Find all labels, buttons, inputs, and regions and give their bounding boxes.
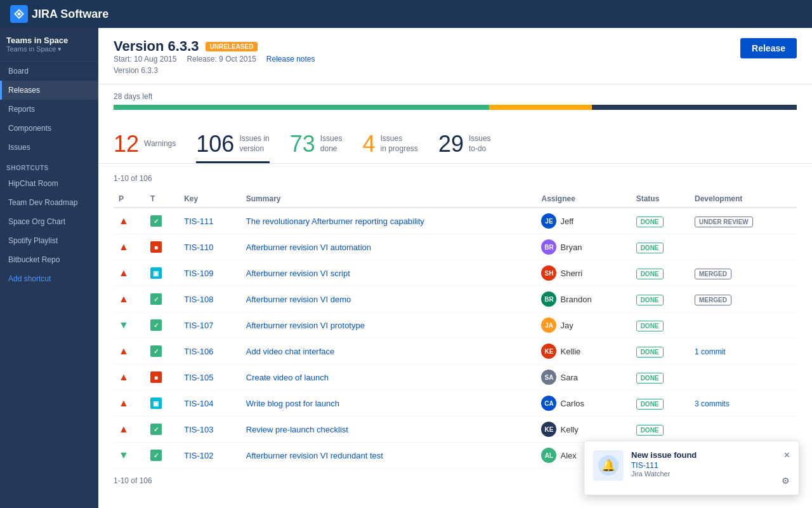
col-summary[interactable]: Summary — [241, 190, 537, 208]
status-badge: DONE — [636, 269, 664, 279]
notification-settings-icon[interactable]: ⚙ — [782, 476, 790, 486]
shortcut-hipchat[interactable]: HipChat Room — [0, 174, 98, 193]
release-notes-link[interactable]: Release notes — [266, 55, 315, 64]
priority-up-icon: ▲ — [119, 215, 129, 226]
shortcut-roadmap[interactable]: Team Dev Roadmap — [0, 193, 98, 212]
cell-status: DONE — [631, 391, 690, 417]
release-button[interactable]: Release — [740, 38, 797, 58]
status-badge: DONE — [636, 347, 664, 358]
table-row: ▼ ✓ TIS-107 Afterburner revision VI prot… — [114, 312, 797, 338]
issue-key-link[interactable]: TIS-102 — [184, 451, 213, 460]
stat-in-progress[interactable]: 4 Issuesin progress — [362, 123, 438, 163]
stat-issues-done[interactable]: 73 Issuesdone — [290, 123, 363, 163]
stat-to-do[interactable]: 29 Issuesto-do — [438, 123, 511, 163]
issue-summary-link[interactable]: Afterburner revision VI demo — [246, 295, 351, 304]
priority-up-icon: ▲ — [119, 345, 129, 356]
cell-development — [690, 417, 797, 443]
svg-point-0 — [18, 13, 21, 16]
issue-summary-link[interactable]: Add video chat interface — [246, 347, 334, 356]
col-development[interactable]: Development — [690, 190, 797, 208]
stat-warnings[interactable]: 12 Warnings — [114, 123, 196, 163]
cell-assignee: JE Jeff — [536, 208, 631, 234]
cell-status: DONE — [631, 234, 690, 260]
issue-summary-link[interactable]: Afterburner revision VI redundant test — [246, 451, 383, 460]
cell-type: ✓ — [145, 208, 179, 234]
col-priority[interactable]: P — [114, 190, 145, 208]
progress-bar-dark — [592, 105, 797, 110]
table-count-top: 1-10 of 106 — [114, 174, 797, 183]
cell-development: MERGED — [690, 286, 797, 312]
cell-key: TIS-103 — [179, 417, 241, 443]
notification-issue[interactable]: TIS-111 — [631, 461, 774, 470]
status-badge: DONE — [636, 399, 664, 410]
version-meta: Start: 10 Aug 2015 Release: 9 Oct 2015 R… — [114, 55, 315, 64]
sidebar-item-reports[interactable]: Reports — [0, 100, 98, 119]
cell-summary: Afterburner revision VI redundant test — [241, 443, 537, 469]
dev-link[interactable]: 1 commit — [695, 347, 726, 356]
cell-key: TIS-104 — [179, 391, 241, 417]
cell-status: DONE — [631, 208, 690, 234]
stat-warnings-label: Warnings — [144, 139, 176, 157]
issue-summary-link[interactable]: Afterburner revision VI prototype — [246, 321, 365, 330]
issue-key-link[interactable]: TIS-103 — [184, 425, 213, 434]
issue-key-link[interactable]: TIS-110 — [184, 243, 213, 252]
cell-key: TIS-108 — [179, 286, 241, 312]
sidebar-item-issues[interactable]: Issues — [0, 138, 98, 157]
cell-assignee: JA Jay — [536, 312, 631, 338]
col-status[interactable]: Status — [631, 190, 690, 208]
avatar: KE — [541, 344, 556, 359]
cell-summary: Afterburner revision VI prototype — [241, 312, 537, 338]
issue-key-link[interactable]: TIS-105 — [184, 373, 213, 382]
notification-content: New issue found TIS-111 Jira Watcher — [631, 450, 774, 478]
issue-key-link[interactable]: TIS-107 — [184, 321, 213, 330]
col-type[interactable]: T — [145, 190, 179, 208]
issue-key-link[interactable]: TIS-106 — [184, 347, 213, 356]
issue-summary-link[interactable]: Create video of launch — [246, 373, 329, 382]
sidebar-item-board[interactable]: Board — [0, 62, 98, 81]
assignee-name: Jay — [560, 321, 573, 330]
issue-summary-link[interactable]: Afterburner revision VI script — [246, 269, 350, 278]
cell-development: 3 commits — [690, 391, 797, 417]
assignee-name: Kellie — [560, 347, 580, 356]
avatar: CA — [541, 396, 556, 411]
jira-logo-icon — [10, 5, 28, 23]
issue-summary-link[interactable]: Afterburner revision VI automation — [246, 243, 371, 252]
issue-key-link[interactable]: TIS-108 — [184, 295, 213, 304]
shortcut-bitbucket[interactable]: Bitbucket Repo — [0, 250, 98, 269]
stat-issues-version[interactable]: 106 Issues inversion — [196, 123, 289, 163]
sidebar-item-components[interactable]: Components — [0, 119, 98, 138]
issue-key-link[interactable]: TIS-109 — [184, 269, 213, 278]
project-sub[interactable]: Teams in Space ▾ — [6, 45, 92, 53]
jira-logo: JIRA Software — [10, 5, 108, 23]
cell-status: DONE — [631, 286, 690, 312]
issue-key-link[interactable]: TIS-111 — [184, 217, 213, 226]
shortcut-orgchart[interactable]: Space Org Chart — [0, 212, 98, 231]
priority-down-icon: ▼ — [119, 450, 129, 460]
type-story-icon: ✓ — [150, 293, 162, 305]
col-key[interactable]: Key — [179, 190, 241, 208]
cell-summary: Review pre-launch checklist — [241, 417, 537, 443]
priority-up-icon: ▲ — [119, 371, 129, 382]
col-assignee[interactable]: Assignee — [536, 190, 631, 208]
avatar: KE — [541, 422, 556, 437]
cell-assignee: BR Bryan — [536, 234, 631, 260]
project-name: Teams in Space — [6, 36, 92, 45]
avatar: BR — [541, 239, 556, 255]
cell-key: TIS-105 — [179, 364, 241, 391]
shortcut-playlist[interactable]: Spotify Playlist — [0, 231, 98, 250]
dev-link[interactable]: 3 commits — [695, 399, 730, 408]
stat-in-progress-number: 4 — [362, 133, 375, 163]
sidebar-item-releases[interactable]: Releases — [0, 81, 98, 100]
issue-summary-link[interactable]: The revolutionary Afterburner reporting … — [246, 217, 424, 226]
cell-type: ▣ — [145, 391, 179, 417]
issue-summary-link[interactable]: Write blog post for launch — [246, 399, 339, 408]
cell-key: TIS-106 — [179, 338, 241, 364]
priority-down-icon: ▼ — [119, 319, 129, 330]
issue-key-link[interactable]: TIS-104 — [184, 399, 213, 408]
issue-summary-link[interactable]: Review pre-launch checklist — [246, 425, 348, 434]
cell-type: ▣ — [145, 260, 179, 286]
shortcut-add[interactable]: Add shortcut — [0, 269, 98, 288]
notification-close-button[interactable]: × — [784, 450, 790, 460]
cell-key: TIS-102 — [179, 443, 241, 469]
type-bug-icon: ■ — [150, 241, 162, 253]
